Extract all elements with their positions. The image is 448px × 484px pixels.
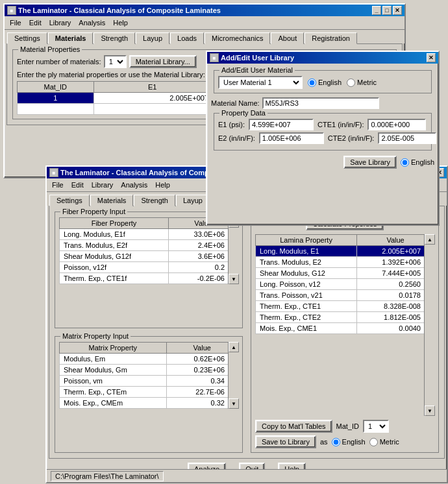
front-tab-layup[interactable]: Layup [176,195,210,206]
addedit-close-button[interactable]: ✕ [427,53,436,62]
material-props-label: Material Properties [18,45,82,53]
lamina-scroll-up[interactable]: ▲ [425,234,435,245]
tab-strength[interactable]: Strength [93,32,135,44]
menu-library[interactable]: Library [45,18,75,28]
save-english-text: English [411,158,434,166]
lamina-table: Lamina Property Value Long. Modulus, E12… [255,234,434,334]
front-tab-strength[interactable]: Strength [134,195,175,206]
fiber-prop: Trans. Modulus, E2f [60,240,169,251]
lamina-table-row: Long. Modulus, E12.005E+007 [256,246,434,257]
addedit-metric-text: Metric [357,79,377,86]
user-material-select[interactable]: User Material 1 User Material 2 [218,76,303,89]
addedit-user-material-group: Add/Edit User Material User Material 1 U… [214,70,432,93]
menu-edit[interactable]: Edit [25,18,45,28]
addedit-english-text: English [318,79,342,86]
e2-input[interactable] [259,132,324,144]
mat-name-label: Material Name: [211,99,260,107]
col-e1: E1 [93,82,211,93]
close-button[interactable]: ✕ [393,6,402,15]
matrix-table-row: Modulus, Em0.62E+06 [60,354,238,365]
lamina-val: 1.812E-005 [357,312,434,323]
main-tab-bar: Settings Materials Strength Layup Loads … [5,30,404,43]
matrix-scroll-down[interactable]: ▼ [229,398,239,409]
lamina-scroll-down[interactable]: ▼ [425,405,435,416]
lamina-scrollbar[interactable]: ▲ ▼ [424,234,434,416]
matrix-table-row: Shear Modulus, Gm0.23E+06 [60,365,238,376]
english-radio-label[interactable]: English [332,438,366,446]
tab-layup[interactable]: Layup [136,32,169,44]
menu-analysis[interactable]: Analysis [75,18,109,28]
fiber-prop: Long. Modulus, E1f [60,229,169,240]
e1-psi-input[interactable] [249,119,314,130]
matrix-prop: Modulus, Em [60,354,167,365]
addedit-metric-radio[interactable] [347,79,355,87]
cte2-input[interactable] [378,132,436,144]
lamina-val: 1.392E+006 [357,257,434,268]
addedit-english-label[interactable]: English [308,79,342,87]
front-menu-help[interactable]: Help [151,180,174,190]
num-materials-select[interactable]: 1 [104,55,127,68]
matrix-prop: Shear Modulus, Gm [60,365,167,376]
lamina-prop: Trans. Modulus, E2 [256,257,357,268]
maximize-button[interactable]: □ [382,6,392,15]
tab-materials[interactable]: Materials [48,32,93,44]
lamina-table-row: Therm. Exp., CTE18.328E-008 [256,301,434,312]
material-library-button[interactable]: Material Library... [129,55,197,68]
metric-radio-label[interactable]: Metric [369,438,399,446]
lamina-val: 0.0040 [357,323,434,334]
matrix-prop: Poisson, vm [60,376,167,387]
prop-data-label: Property Data [219,109,268,117]
english-label: English [342,438,366,446]
matid-select[interactable]: 1 [363,420,389,433]
matrix-scrollbar[interactable]: ▲ ▼ [228,342,238,409]
cte1-input[interactable] [367,119,426,130]
addedit-english-radio[interactable] [308,79,316,87]
menu-file[interactable]: File [6,18,25,28]
lamina-table-row: Mois. Exp., CME10.0040 [256,323,434,334]
fiber-scroll-down[interactable]: ▼ [229,274,239,284]
front-tab-settings[interactable]: Settings [49,195,90,206]
front-menu-file[interactable]: File [48,180,68,190]
lamina-table-row: Shear Modulus, G127.444E+005 [256,268,434,279]
minimize-button[interactable]: _ [372,6,381,15]
front-window-icon: ■ [49,168,58,177]
lamina-val: 0.0178 [357,290,434,301]
addedit-title-buttons: ✕ [427,53,436,62]
menu-help[interactable]: Help [109,18,132,28]
english-radio[interactable] [332,438,340,446]
copy-to-matl-button[interactable]: Copy to Mat'l Tables [255,420,332,433]
fiber-prop: Poisson, v12f [60,262,169,273]
front-menu-library[interactable]: Library [88,180,118,190]
front-menu-edit[interactable]: Edit [68,180,88,190]
as-label: as [320,438,328,446]
lamina-prop: Long. Modulus, E1 [256,246,357,257]
fiber-input-group: Fiber Property Input Fiber Property Valu… [55,212,243,328]
save-to-library-button[interactable]: Save to Library [255,435,316,448]
save-library-button[interactable]: Save Library [343,156,397,169]
lamina-table-row: Therm. Exp., CTE21.812E-005 [256,312,434,323]
addedit-metric-label[interactable]: Metric [347,79,377,87]
lamina-table-row: Long. Poisson, v120.2560 [256,279,434,290]
save-english-label[interactable]: English [401,158,434,167]
lamina-prop: Shear Modulus, G12 [256,268,357,279]
main-window-icon: ■ [7,6,16,15]
col-matid: Mat_ID [18,82,94,93]
front-tab-materials[interactable]: Materials [90,195,134,206]
matrix-table-row: Poisson, vm0.34 [60,376,238,387]
metric-radio[interactable] [369,438,378,446]
tab-settings[interactable]: Settings [7,32,47,44]
mat-name-input[interactable] [262,97,379,109]
tab-registration[interactable]: Registration [305,32,357,44]
main-title-bar: ■ The Laminator - Classical Analysis of … [5,5,404,16]
save-english-radio[interactable] [401,158,409,167]
addedit-content: Add/Edit User Material User Material 1 U… [207,64,438,173]
matrix-scroll-up[interactable]: ▲ [229,342,239,352]
lamina-val: 2.005E+007 [357,246,434,257]
front-menu-analysis[interactable]: Analysis [117,180,151,190]
lamina-prop: Therm. Exp., CTE1 [256,301,357,312]
tab-loads[interactable]: Loads [170,32,204,44]
tab-about[interactable]: About [271,32,304,44]
tab-micromechanics[interactable]: Micromechanics [205,32,270,44]
fiber-scrollbar[interactable]: ▲ ▼ [228,217,238,284]
status-bar: C:\Program Files\The Laminator\ [47,469,447,482]
